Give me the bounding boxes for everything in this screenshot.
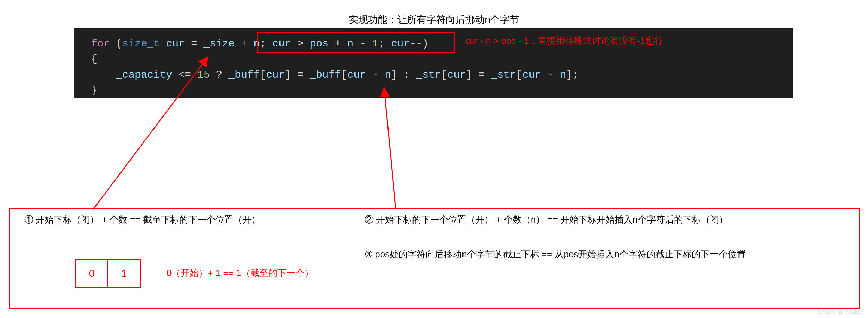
highlight-rect-condition <box>257 32 455 53</box>
example-cell-0: 0 <box>75 259 108 288</box>
kw-size_t: size_t <box>122 38 160 50</box>
note-3: ③ pos处的字符向后移动n个字节的截止下标 == 从pos开始插入n个字符的截… <box>365 248 746 260</box>
annotation-top: cur - n > pos - 1，直接用特殊法讨论有没有-1也行 <box>465 35 663 47</box>
example-cells: 0 1 <box>75 259 141 288</box>
kw-for: for <box>91 38 110 50</box>
ident-capacity: _capacity <box>116 69 172 81</box>
example-cell-1: 1 <box>107 259 141 288</box>
page-title: 实现功能：让所有字符向后挪动n个字节 <box>0 13 868 26</box>
watermark: CSDN @ SGlow <box>818 309 864 316</box>
ident-size: _size <box>203 38 235 50</box>
ident-cur: cur <box>166 38 185 50</box>
example-annotation: 0（开始）+ 1 == 1（截至的下一个） <box>167 267 314 279</box>
note-1: ① 开始下标（闭） + 个数 == 截至下标的下一个位置（开） <box>24 214 260 226</box>
note-2: ② 开始下标的下一个位置（开） + 个数（n） == 开始下标开始插入n个字符后… <box>365 214 728 226</box>
svg-line-1 <box>384 87 396 209</box>
